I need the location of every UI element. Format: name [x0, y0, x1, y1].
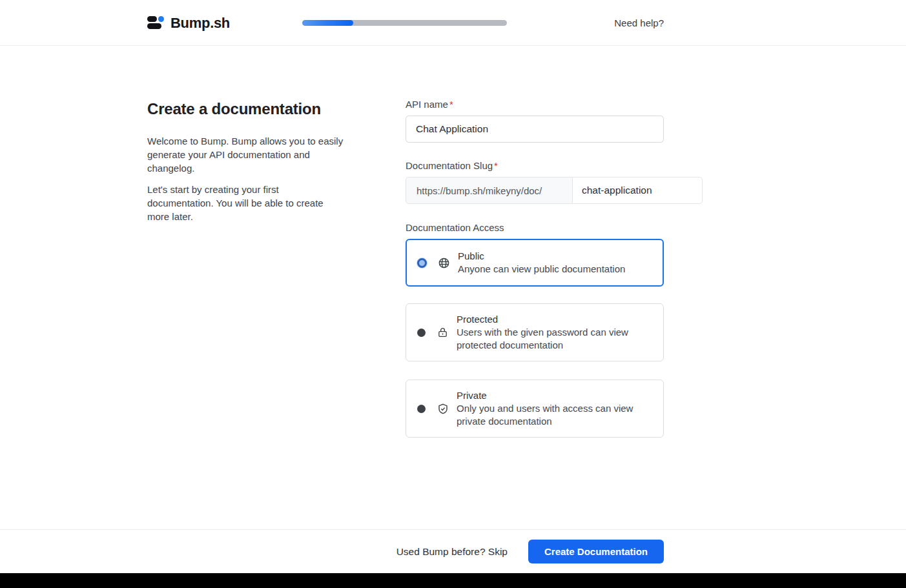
page-title: Create a documentation — [147, 100, 344, 118]
required-asterisk: * — [494, 160, 498, 171]
required-asterisk: * — [449, 99, 453, 110]
intro-paragraph-2: Let's start by creating your first docum… — [147, 183, 344, 223]
access-public-description: Anyone can view public documentation — [458, 263, 625, 276]
doc-slug-group: https://bump.sh/mikeyny/doc/ — [406, 177, 703, 204]
api-name-input[interactable] — [406, 116, 664, 143]
doc-slug-label: Documentation Slug* — [406, 160, 703, 171]
radio-private[interactable] — [417, 405, 426, 413]
create-documentation-button[interactable]: Create Documentation — [528, 540, 664, 563]
radio-public[interactable] — [417, 258, 427, 268]
page: Bump.sh Need help? Create a documentatio… — [0, 0, 906, 588]
doc-slug-prefix: https://bump.sh/mikeyny/doc/ — [406, 177, 572, 204]
brand-name: Bump.sh — [170, 15, 230, 32]
globe-icon — [438, 257, 450, 269]
doc-slug-input[interactable] — [572, 177, 703, 204]
access-protected-title: Protected — [457, 313, 653, 326]
access-private-title: Private — [457, 389, 653, 402]
doc-access-label: Documentation Access — [406, 222, 703, 233]
bottom-black-strip — [0, 573, 906, 588]
access-public-title: Public — [458, 250, 625, 263]
main-content: Create a documentation Welcome to Bump. … — [0, 46, 906, 529]
intro-paragraph-1: Welcome to Bump. Bump allows you to easi… — [147, 134, 344, 175]
create-doc-form: API name* Documentation Slug* https://bu… — [406, 99, 703, 438]
access-option-private[interactable]: Private Only you and users with access c… — [406, 380, 664, 438]
access-option-protected[interactable]: Protected Users with the given password … — [406, 303, 664, 361]
brand-logo[interactable]: Bump.sh — [147, 0, 230, 46]
skip-prompt: Used Bump before? Skip — [396, 546, 508, 558]
access-option-public[interactable]: Public Anyone can view public documentat… — [406, 239, 664, 287]
onboarding-progress-bar — [302, 20, 507, 26]
shield-check-icon — [437, 403, 449, 415]
access-private-description: Only you and users with access can view … — [457, 402, 653, 428]
skip-link[interactable]: Skip — [488, 546, 508, 557]
bump-logo-icon — [147, 15, 165, 30]
api-name-label: API name* — [406, 99, 703, 110]
radio-protected[interactable] — [417, 329, 426, 337]
footer-action-bar: Used Bump before? Skip Create Documentat… — [0, 529, 906, 573]
top-header: Bump.sh Need help? — [0, 0, 906, 46]
need-help-link[interactable]: Need help? — [614, 0, 664, 46]
access-protected-description: Users with the given password can view p… — [457, 326, 653, 352]
progress-fill — [302, 20, 353, 26]
intro-panel: Create a documentation Welcome to Bump. … — [147, 100, 344, 231]
lock-icon — [437, 327, 449, 339]
